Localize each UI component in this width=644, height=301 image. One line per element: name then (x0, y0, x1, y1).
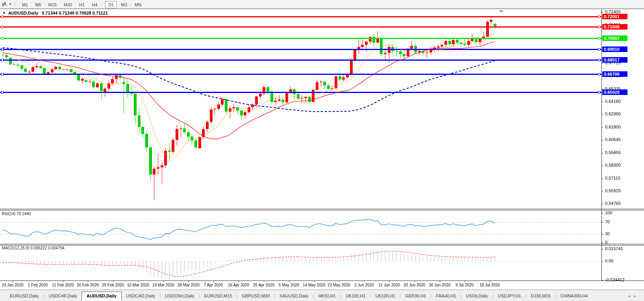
chart-tab-uk100-h1[interactable]: UK100,H1 (371, 292, 400, 299)
chart-tab-xauusd-daily[interactable]: XAUUSD,Daily (275, 292, 313, 299)
toolbar-grip-handle[interactable] (14, 2, 16, 7)
chart-tab-eurusd-m15[interactable]: EURUSD,M15 (200, 292, 237, 299)
chart-tab-ger30-h1[interactable]: GER30,H1 (401, 292, 430, 299)
chart-tab-hk50-h1[interactable]: HK50,H1 (314, 292, 340, 299)
timeframe-buttons: M1M5M15M30H1H4D1W1MN (19, 1, 145, 8)
chart-tab-usdchf-daily[interactable]: USDCHF,Daily (44, 292, 81, 299)
chart-tab-dj30-m15[interactable]: DJ30,M15 (526, 292, 555, 299)
tab-scroll-arrows: ◂▸ (628, 294, 640, 299)
chart-tabs-bar: EURUSD,Daily|USDCHF,DailyAUDUSD,DailyUSD… (0, 290, 644, 301)
tab-scroll-left-icon[interactable]: ◂ (628, 294, 634, 298)
chart-tab-usdjpy-h1[interactable]: USDJPY,H1 (494, 292, 526, 299)
mt4-terminal: { "toolbar": { "icon_name": "chart-tool-… (0, 0, 644, 301)
chart-tabs: EURUSD,Daily|USDCHF,DailyAUDUSD,DailyUSD… (6, 292, 592, 299)
chart-tab-eurusd-daily[interactable]: EURUSD,Daily (6, 292, 43, 299)
timeframe-button-w1[interactable]: W1 (118, 1, 131, 8)
timeframe-button-h4[interactable]: H4 (89, 1, 100, 8)
chart-tab-uk100-h1[interactable]: UK100,H1 (341, 292, 370, 299)
chart-tab-usoil-daily[interactable]: USOil,Daily (461, 292, 492, 299)
chart-tab-usdcnh-daily[interactable]: USDCNH,Daily (161, 292, 199, 299)
timeframe-button-m15[interactable]: M15 (45, 1, 59, 8)
toolbar-dropdown-caret[interactable]: ▼ (9, 2, 12, 6)
chart-window: ▼ AUDUSD,Daily 0.71344 0.71349 0.70928 0… (0, 9, 644, 290)
timeframe-button-mn[interactable]: MN (131, 1, 144, 8)
chart-tab-audusd-daily[interactable]: AUDUSD,Daily (81, 292, 122, 301)
chart-tab-fra40-h1[interactable]: FRA40,H1 (431, 292, 460, 299)
chart-tool-icon[interactable] (2, 1, 8, 7)
chart-tab-gbpusd-m30[interactable]: GBPUSD,M30 (237, 292, 274, 299)
price-chart-canvas[interactable] (0, 9, 644, 290)
timeframe-button-d1[interactable]: D1 (105, 1, 117, 8)
tab-scroll-right-icon[interactable]: ▸ (634, 294, 640, 298)
timeframe-button-m5[interactable]: M5 (32, 1, 44, 8)
timeframe-button-h1[interactable]: H1 (76, 1, 88, 8)
timeframe-toolbar: ▼ M1M5M15M30H1H4D1W1MN (0, 0, 644, 9)
chart-tab-china300-h4[interactable]: CHINA300,H4 (556, 292, 592, 299)
timeframe-button-m1[interactable]: M1 (19, 1, 31, 8)
timeframe-button-m30[interactable]: M30 (61, 1, 75, 8)
chart-tab-usdcad-daily[interactable]: USDCAD,Daily (122, 292, 159, 299)
